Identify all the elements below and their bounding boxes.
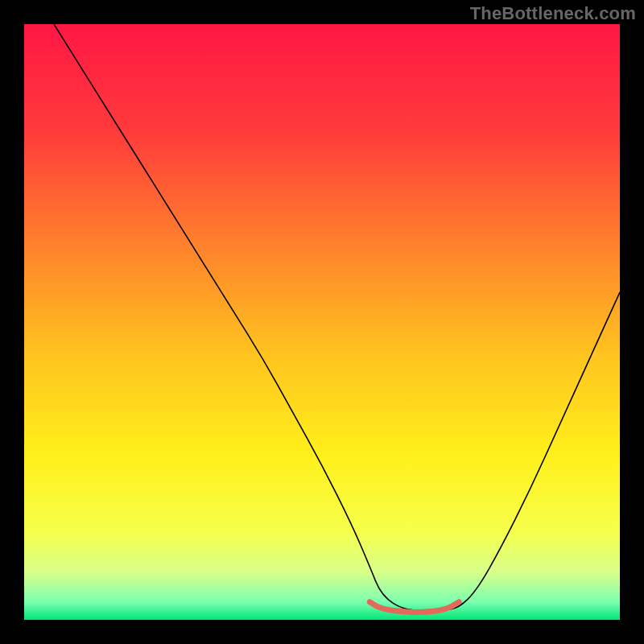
- attribution-label: TheBottleneck.com: [470, 3, 636, 24]
- chart-lines: [24, 24, 620, 620]
- chart-frame: TheBottleneck.com: [0, 0, 644, 644]
- bottleneck-curve: [54, 24, 620, 611]
- plot-area: [24, 24, 620, 620]
- optimal-range-marker: [369, 602, 459, 613]
